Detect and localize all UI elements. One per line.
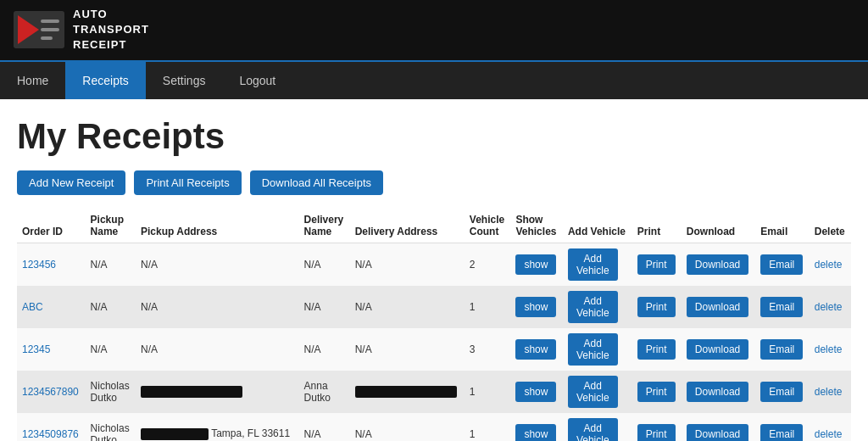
pickup-name: N/A bbox=[86, 286, 136, 328]
nav-settings[interactable]: Settings bbox=[146, 62, 223, 99]
page-title: My Receipts bbox=[17, 116, 851, 157]
print-button[interactable]: Print bbox=[637, 424, 676, 441]
col-delivery-address: Delivery Address bbox=[350, 209, 465, 243]
delete-link[interactable]: delete bbox=[815, 428, 843, 440]
email-button[interactable]: Email bbox=[760, 424, 803, 441]
add-vehicle-button[interactable]: Add Vehicle bbox=[568, 291, 618, 323]
receipts-table: Order ID PickupName Pickup Address Deliv… bbox=[17, 209, 851, 441]
svg-rect-3 bbox=[41, 28, 59, 31]
print-button[interactable]: Print bbox=[637, 339, 676, 360]
pickup-name: Nicholas Dutko bbox=[86, 413, 136, 441]
delete-link[interactable]: delete bbox=[815, 259, 843, 271]
pickup-name: N/A bbox=[86, 243, 136, 286]
col-print: Print bbox=[632, 209, 682, 243]
table-row: 1234509876Nicholas Dutko Tampa, FL 33611… bbox=[17, 413, 851, 441]
col-delivery-name: DeliveryName bbox=[299, 209, 350, 243]
delivery-name: N/A bbox=[299, 328, 350, 371]
delete-link[interactable]: delete bbox=[815, 343, 843, 355]
vehicle-count: 1 bbox=[465, 286, 511, 328]
pickup-address: N/A bbox=[136, 328, 299, 371]
show-vehicles-button[interactable]: show bbox=[515, 339, 556, 360]
svg-rect-2 bbox=[41, 20, 59, 23]
print-button[interactable]: Print bbox=[637, 297, 676, 317]
delivery-address: N/A bbox=[350, 328, 465, 371]
download-button[interactable]: Download bbox=[687, 382, 748, 402]
add-vehicle-button[interactable]: Add Vehicle bbox=[568, 248, 618, 281]
pickup-address: N/A bbox=[136, 286, 299, 328]
nav-receipts[interactable]: Receipts bbox=[65, 62, 145, 99]
show-vehicles-button[interactable]: show bbox=[515, 254, 556, 275]
col-delete: Delete bbox=[810, 209, 851, 243]
order-id-link[interactable]: 1234567890 bbox=[22, 386, 79, 398]
col-show-vehicles: ShowVehicles bbox=[510, 209, 562, 243]
add-vehicle-button[interactable]: Add Vehicle bbox=[568, 333, 618, 366]
table-row: 123456N/AN/AN/AN/A2showAdd VehiclePrintD… bbox=[17, 243, 851, 286]
download-button[interactable]: Download bbox=[687, 339, 748, 360]
delete-link[interactable]: delete bbox=[815, 301, 843, 313]
col-download: Download bbox=[682, 209, 755, 243]
col-pickup-address: Pickup Address bbox=[136, 209, 299, 243]
email-button[interactable]: Email bbox=[760, 254, 803, 275]
logo-area: Auto Transport Receipt bbox=[14, 7, 149, 53]
delivery-address: N/A bbox=[350, 243, 465, 286]
delivery-address bbox=[350, 371, 465, 413]
download-button[interactable]: Download bbox=[687, 254, 748, 275]
vehicle-count: 1 bbox=[465, 413, 511, 441]
delete-link[interactable]: delete bbox=[815, 386, 843, 398]
col-add-vehicle: Add Vehicle bbox=[563, 209, 632, 243]
pickup-address: N/A bbox=[136, 243, 299, 286]
download-all-receipts-button[interactable]: Download All Receipts bbox=[250, 170, 383, 195]
delivery-address: N/A bbox=[350, 286, 465, 328]
col-order-id: Order ID bbox=[17, 209, 86, 243]
col-email: Email bbox=[755, 209, 809, 243]
col-pickup-name: PickupName bbox=[86, 209, 136, 243]
show-vehicles-button[interactable]: show bbox=[515, 424, 556, 441]
table-row: 12345N/AN/AN/AN/A3showAdd VehiclePrintDo… bbox=[17, 328, 851, 371]
main-content: My Receipts Add New Receipt Print All Re… bbox=[0, 99, 868, 441]
pickup-name: Nicholas Dutko bbox=[86, 371, 136, 413]
order-id-link[interactable]: 1234509876 bbox=[22, 428, 79, 440]
order-id-link[interactable]: 12345 bbox=[22, 343, 50, 355]
delivery-name: N/A bbox=[299, 413, 350, 441]
svg-rect-4 bbox=[41, 36, 53, 40]
email-button[interactable]: Email bbox=[760, 339, 803, 360]
vehicle-count: 1 bbox=[465, 371, 511, 413]
email-button[interactable]: Email bbox=[760, 297, 803, 317]
pickup-address bbox=[136, 371, 299, 413]
toolbar: Add New Receipt Print All Receipts Downl… bbox=[17, 170, 851, 195]
print-button[interactable]: Print bbox=[637, 382, 676, 402]
download-button[interactable]: Download bbox=[687, 297, 748, 317]
nav-logout[interactable]: Logout bbox=[222, 62, 292, 99]
order-id-link[interactable]: ABC bbox=[22, 301, 43, 313]
table-row: 1234567890Nicholas DutkoAnna Dutko1showA… bbox=[17, 371, 851, 413]
add-new-receipt-button[interactable]: Add New Receipt bbox=[17, 170, 125, 195]
table-row: ABCN/AN/AN/AN/A1showAdd VehiclePrintDown… bbox=[17, 286, 851, 328]
vehicle-count: 3 bbox=[465, 328, 511, 371]
download-button[interactable]: Download bbox=[687, 424, 748, 441]
logo-icon bbox=[14, 11, 64, 48]
print-button[interactable]: Print bbox=[637, 254, 676, 275]
table-header-row: Order ID PickupName Pickup Address Deliv… bbox=[17, 209, 851, 243]
delivery-name: N/A bbox=[299, 243, 350, 286]
show-vehicles-button[interactable]: show bbox=[515, 297, 556, 317]
vehicle-count: 2 bbox=[465, 243, 511, 286]
col-vehicle-count: VehicleCount bbox=[465, 209, 511, 243]
logo-text: Auto Transport Receipt bbox=[73, 7, 149, 53]
nav-home[interactable]: Home bbox=[0, 62, 65, 99]
add-vehicle-button[interactable]: Add Vehicle bbox=[568, 376, 618, 408]
delivery-address: N/A bbox=[350, 413, 465, 441]
delivery-name: N/A bbox=[299, 286, 350, 328]
print-all-receipts-button[interactable]: Print All Receipts bbox=[134, 170, 241, 195]
show-vehicles-button[interactable]: show bbox=[515, 382, 556, 402]
main-nav: Home Receipts Settings Logout bbox=[0, 60, 868, 99]
pickup-name: N/A bbox=[86, 328, 136, 371]
pickup-address: Tampa, FL 33611 bbox=[136, 413, 299, 441]
header: Auto Transport Receipt bbox=[0, 0, 868, 60]
order-id-link[interactable]: 123456 bbox=[22, 259, 56, 271]
delivery-name: Anna Dutko bbox=[299, 371, 350, 413]
email-button[interactable]: Email bbox=[760, 382, 803, 402]
add-vehicle-button[interactable]: Add Vehicle bbox=[568, 418, 618, 441]
